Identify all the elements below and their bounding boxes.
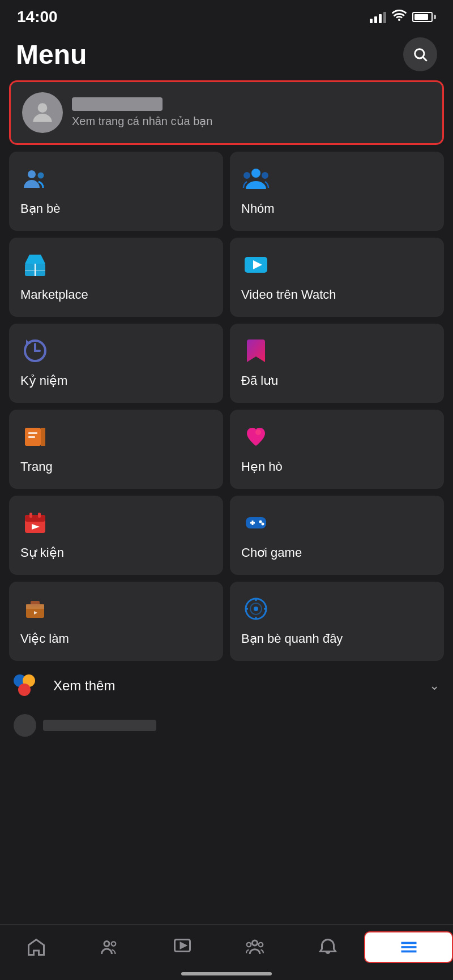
dating-icon [241, 422, 271, 452]
tab-watch[interactable] [146, 932, 219, 962]
gaming-icon [241, 508, 271, 538]
memories-icon [20, 336, 50, 366]
chevron-down-icon: ⌄ [429, 678, 439, 693]
menu-grid: Bạn bè Nhóm Marketplace Video trên Watch… [0, 152, 453, 661]
avatar [22, 92, 63, 133]
grid-item-jobs[interactable]: Việc làm [9, 582, 223, 661]
grid-item-gaming[interactable]: Chơi game [230, 496, 444, 575]
watch-icon [241, 250, 271, 280]
signal-icon [370, 11, 386, 23]
svg-rect-31 [26, 604, 44, 609]
bottom-partial [0, 708, 453, 742]
svg-point-6 [243, 172, 250, 179]
watch-tab-icon [172, 937, 193, 957]
svg-point-27 [259, 521, 262, 523]
svg-point-44 [253, 940, 258, 945]
tab-notifications[interactable] [292, 932, 365, 962]
svg-point-4 [38, 173, 44, 179]
svg-point-28 [262, 523, 264, 526]
grid-item-label-gaming: Chơi game [241, 545, 302, 560]
see-more-label: Xem thêm [53, 678, 419, 694]
search-button[interactable] [403, 37, 437, 71]
jobs-icon [20, 594, 50, 624]
svg-point-5 [251, 169, 260, 178]
profile-section[interactable]: Xem trang cá nhân của bạn [9, 80, 444, 145]
profile-info: Xem trang cá nhân của bạn [72, 97, 431, 128]
grid-item-watch[interactable]: Video trên Watch [230, 238, 444, 317]
see-more-row[interactable]: Xem thêm ⌄ [0, 663, 453, 708]
svg-line-1 [423, 57, 426, 61]
home-icon [26, 937, 46, 957]
svg-point-18 [255, 429, 261, 435]
svg-point-7 [262, 172, 268, 179]
see-more-icon [14, 674, 43, 697]
friends-tab-icon [99, 937, 119, 957]
svg-rect-20 [25, 515, 45, 522]
profile-subtitle: Xem trang cá nhân của bạn [72, 114, 431, 128]
svg-rect-17 [28, 436, 35, 438]
marketplace-icon [20, 250, 50, 280]
grid-item-label-memories: Kỷ niệm [20, 373, 67, 388]
grid-item-events[interactable]: Sự kiện [9, 496, 223, 575]
wifi-icon [392, 9, 407, 25]
groups-icon [241, 164, 271, 194]
grid-item-label-marketplace: Marketplace [20, 287, 88, 302]
svg-rect-21 [29, 513, 32, 518]
friends-icon [20, 164, 50, 194]
tab-menu[interactable] [364, 931, 453, 963]
grid-item-label-saved: Đã lưu [241, 373, 278, 388]
grid-item-label-dating: Hẹn hò [241, 459, 283, 474]
svg-marker-15 [41, 428, 45, 446]
status-icons [370, 9, 436, 25]
tab-friends[interactable] [73, 932, 146, 962]
svg-rect-22 [38, 513, 41, 518]
grid-item-marketplace[interactable]: Marketplace [9, 238, 223, 317]
grid-item-nearby[interactable]: Bạn bè quanh đây [230, 582, 444, 661]
search-icon [412, 46, 428, 62]
grid-item-pages[interactable]: Trang [9, 410, 223, 489]
grid-item-saved[interactable]: Đã lưu [230, 324, 444, 403]
grid-item-friends[interactable]: Bạn bè [9, 152, 223, 231]
grid-item-groups[interactable]: Nhóm [230, 152, 444, 231]
user-icon [28, 98, 57, 127]
tab-groups[interactable] [219, 932, 292, 962]
svg-point-46 [259, 943, 263, 947]
nearby-icon [241, 594, 271, 624]
svg-point-45 [247, 943, 251, 947]
grid-item-label-pages: Trang [20, 459, 53, 474]
notifications-icon [318, 937, 338, 957]
svg-marker-43 [181, 943, 186, 948]
status-time: 14:00 [17, 8, 58, 26]
grid-item-dating[interactable]: Hẹn hò [230, 410, 444, 489]
grid-item-label-nearby: Bạn bè quanh đây [241, 631, 343, 646]
grid-item-label-groups: Nhóm [241, 201, 275, 216]
groups-tab-icon [245, 937, 265, 957]
svg-point-41 [112, 942, 116, 946]
svg-point-40 [104, 942, 109, 947]
menu-icon [399, 937, 419, 957]
svg-point-2 [38, 103, 48, 113]
page-title: Menu [16, 39, 87, 70]
svg-point-3 [28, 170, 36, 178]
svg-rect-16 [28, 432, 37, 434]
svg-point-34 [254, 607, 258, 611]
pages-icon [20, 422, 50, 452]
status-bar: 14:00 [0, 0, 453, 32]
home-indicator [181, 972, 272, 975]
grid-item-label-jobs: Việc làm [20, 631, 69, 646]
saved-icon [241, 336, 271, 366]
grid-item-memories[interactable]: Kỷ niệm [9, 324, 223, 403]
profile-name [72, 97, 163, 111]
grid-item-label-friends: Bạn bè [20, 201, 61, 216]
grid-item-label-watch: Video trên Watch [241, 287, 336, 302]
grid-item-label-events: Sự kiện [20, 545, 64, 560]
battery-icon [412, 12, 436, 22]
tab-home[interactable] [0, 932, 73, 962]
header: Menu [0, 32, 453, 80]
svg-point-0 [415, 49, 424, 58]
partial-avatar [14, 714, 36, 737]
partial-text [43, 720, 156, 731]
events-icon [20, 508, 50, 538]
